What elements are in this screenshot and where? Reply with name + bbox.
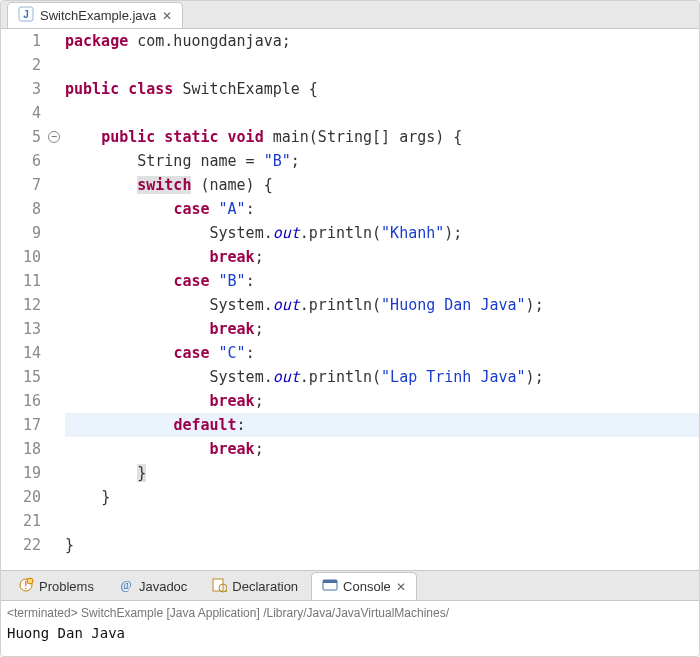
code-token: .println( (300, 224, 381, 242)
code-token: com.huongdanjava (128, 32, 282, 50)
code-token: case (173, 272, 209, 290)
views-tabbar: !Problems@JavadocDeclarationConsole✕ (1, 571, 699, 601)
code-line[interactable]: public class SwitchExample { (65, 77, 699, 101)
code-line[interactable]: System.out.println("Khanh"); (65, 221, 699, 245)
code-token: break (210, 320, 255, 338)
view-tab-console[interactable]: Console✕ (311, 572, 417, 600)
code-token (210, 344, 219, 362)
code-token: SwitchExample (173, 80, 308, 98)
code-token: String name = (65, 152, 264, 170)
line-number: 7 (1, 173, 41, 197)
view-tab-label: Javadoc (139, 579, 187, 594)
code-token: .println( (300, 296, 381, 314)
code-line[interactable]: break; (65, 389, 699, 413)
code-line[interactable]: package com.huongdanjava; (65, 29, 699, 53)
code-token: : (246, 272, 255, 290)
line-number: 12 (1, 293, 41, 317)
code-line[interactable]: break; (65, 437, 699, 461)
code-line[interactable]: case "C": (65, 341, 699, 365)
code-token: switch (137, 176, 191, 194)
view-tab-javadoc[interactable]: @Javadoc (107, 572, 198, 600)
line-number: 20 (1, 485, 41, 509)
code-token: } (137, 464, 146, 482)
view-tab-problems[interactable]: !Problems (7, 572, 105, 600)
code-line[interactable]: System.out.println("Lap Trinh Java"); (65, 365, 699, 389)
code-token: ; (255, 440, 264, 458)
editor-tab-filename: SwitchExample.java (40, 8, 156, 23)
code-token (65, 488, 101, 506)
code-token: static (164, 128, 218, 146)
line-number: 17 (1, 413, 41, 437)
code-token (65, 320, 210, 338)
line-number: 2 (1, 53, 41, 77)
code-token: break (210, 392, 255, 410)
code-line[interactable]: switch (name) { (65, 173, 699, 197)
line-number: 10 (1, 245, 41, 269)
code-token: default (173, 416, 236, 434)
fold-marker-column: − (47, 29, 65, 570)
code-token (65, 440, 210, 458)
view-tab-declaration[interactable]: Declaration (200, 572, 309, 600)
code-token: { (309, 80, 318, 98)
line-number: 13 (1, 317, 41, 341)
code-line[interactable]: default: (65, 413, 699, 437)
code-token: public (101, 128, 155, 146)
code-token (65, 416, 173, 434)
code-token (219, 128, 228, 146)
svg-text:@: @ (120, 578, 131, 592)
console-view[interactable]: <terminated> SwitchExample [Java Applica… (1, 601, 699, 657)
code-line[interactable]: } (65, 485, 699, 509)
code-line[interactable]: System.out.println("Huong Dan Java"); (65, 293, 699, 317)
code-line[interactable]: case "B": (65, 269, 699, 293)
code-line[interactable]: public static void main(String[] args) { (65, 125, 699, 149)
line-number: 22 (1, 533, 41, 557)
code-token (65, 128, 101, 146)
code-token: main(String[] args) (264, 128, 454, 146)
code-token: public (65, 80, 119, 98)
line-number: 4 (1, 101, 41, 125)
console-output-line: Huong Dan Java (7, 623, 693, 643)
line-number: 15 (1, 365, 41, 389)
close-icon[interactable]: ✕ (396, 580, 406, 594)
code-line[interactable]: case "A": (65, 197, 699, 221)
code-token (65, 464, 137, 482)
console-terminated-line: <terminated> SwitchExample [Java Applica… (7, 603, 693, 623)
code-token: } (65, 536, 74, 554)
editor-tab[interactable]: J SwitchExample.java ✕ (7, 2, 183, 28)
line-number: 16 (1, 389, 41, 413)
code-token: ) (526, 368, 535, 386)
code-line[interactable] (65, 509, 699, 533)
svg-rect-10 (323, 580, 337, 583)
code-token: { (264, 176, 273, 194)
code-token: out (273, 224, 300, 242)
code-token (65, 272, 173, 290)
code-token: : (237, 416, 246, 434)
code-line[interactable] (65, 101, 699, 125)
code-token: (name) (191, 176, 263, 194)
code-token: ; (282, 32, 291, 50)
code-token (65, 248, 210, 266)
code-token: package (65, 32, 128, 50)
close-icon[interactable]: ✕ (162, 9, 172, 23)
svg-point-4 (27, 578, 33, 584)
code-line[interactable]: break; (65, 245, 699, 269)
code-area[interactable]: package com.huongdanjava;public class Sw… (65, 29, 699, 570)
code-token: "C" (219, 344, 246, 362)
code-token: ) (444, 224, 453, 242)
code-token: System. (65, 224, 273, 242)
code-line[interactable]: } (65, 461, 699, 485)
fold-toggle-icon[interactable]: − (48, 131, 60, 143)
svg-text:J: J (23, 9, 29, 20)
code-line[interactable]: String name = "B"; (65, 149, 699, 173)
java-file-icon: J (18, 6, 34, 25)
code-token: System. (65, 368, 273, 386)
code-editor[interactable]: 12345678910111213141516171819202122 − pa… (1, 29, 699, 571)
code-line[interactable]: } (65, 533, 699, 557)
code-token (65, 176, 137, 194)
code-line[interactable]: break; (65, 317, 699, 341)
problems-icon: ! (18, 577, 34, 596)
code-token: ; (255, 392, 264, 410)
code-token: ; (453, 224, 462, 242)
code-token (65, 392, 210, 410)
code-line[interactable] (65, 53, 699, 77)
